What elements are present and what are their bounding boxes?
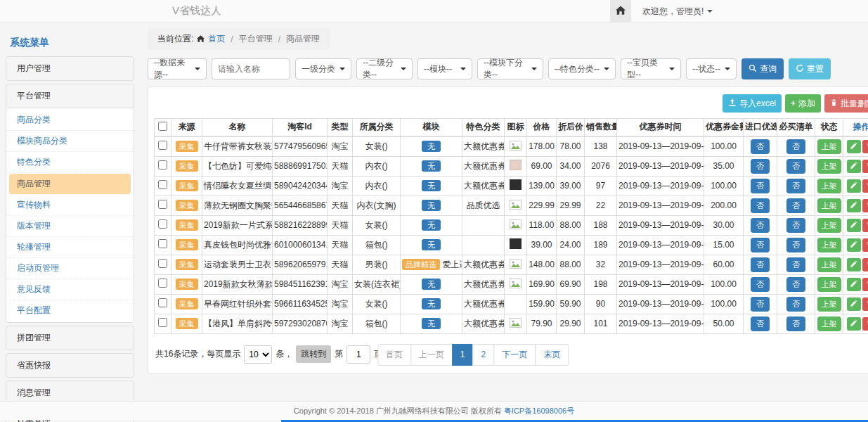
edit-button[interactable] xyxy=(847,219,861,232)
delete-button[interactable] xyxy=(862,317,868,331)
sidebar-item-savings-express[interactable]: 省惠快报 xyxy=(6,354,134,377)
row-checkbox[interactable] xyxy=(158,180,167,189)
import-select-toggle[interactable]: 否 xyxy=(751,179,770,193)
edit-button[interactable] xyxy=(847,199,861,212)
sidebar-item-splash-management[interactable]: 启动页管理 xyxy=(6,258,134,279)
row-checkbox[interactable] xyxy=(158,318,167,327)
edit-button[interactable] xyxy=(847,238,861,252)
delete-button[interactable] xyxy=(862,278,868,291)
edit-button[interactable] xyxy=(847,160,861,173)
feature-filter-select[interactable]: --特色分类-- xyxy=(548,58,616,79)
sidebar-item-user-management[interactable]: 用户管理 xyxy=(6,57,134,80)
must-buy-toggle[interactable]: 否 xyxy=(786,316,805,331)
breadcrumb-item[interactable]: 平台管理 xyxy=(239,33,273,45)
module-filter-select[interactable]: --模块-- xyxy=(417,58,472,79)
page-button-last[interactable]: 末页 xyxy=(535,344,569,366)
status-toggle[interactable]: 上架 xyxy=(817,277,841,292)
row-checkbox[interactable] xyxy=(158,160,167,170)
status-toggle[interactable]: 上架 xyxy=(817,257,841,272)
must-buy-toggle[interactable]: 否 xyxy=(786,277,805,292)
must-buy-toggle[interactable]: 否 xyxy=(786,257,805,272)
must-buy-toggle[interactable]: 否 xyxy=(786,238,805,252)
reset-button[interactable]: 重置 xyxy=(789,58,831,79)
edit-button[interactable] xyxy=(847,140,861,153)
cat1-filter-select[interactable]: 一级分类 xyxy=(295,58,351,79)
select-all-checkbox[interactable] xyxy=(158,122,167,131)
row-checkbox[interactable] xyxy=(158,141,167,150)
delete-button[interactable] xyxy=(862,298,868,311)
must-buy-toggle[interactable]: 否 xyxy=(786,179,805,193)
row-checkbox[interactable] xyxy=(158,219,167,229)
sidebar-item-promo-material[interactable]: 宣传物料 xyxy=(6,195,134,216)
import-select-toggle[interactable]: 否 xyxy=(751,316,770,331)
import-select-toggle[interactable]: 否 xyxy=(751,277,770,292)
per-page-select[interactable]: 10 xyxy=(244,345,272,364)
name-filter-input[interactable] xyxy=(212,58,290,79)
delete-button[interactable] xyxy=(862,179,868,193)
page-button-next[interactable]: 下一页 xyxy=(493,344,536,366)
row-checkbox[interactable] xyxy=(158,298,167,307)
delete-button[interactable] xyxy=(862,258,868,271)
sidebar-item-goods-management[interactable]: 商品管理 xyxy=(9,174,131,194)
page-number-input[interactable] xyxy=(346,345,370,364)
home-nav-button[interactable] xyxy=(610,0,631,23)
row-checkbox[interactable] xyxy=(158,239,167,248)
import-select-toggle[interactable]: 否 xyxy=(751,238,770,252)
breadcrumb-item[interactable]: 商品管理 xyxy=(286,33,320,45)
search-button[interactable]: 查询 xyxy=(741,58,784,79)
user-menu[interactable]: 欢迎您，管理员! xyxy=(642,6,713,18)
sidebar-item-carousel-management[interactable]: 轮播管理 xyxy=(6,237,134,258)
import-select-toggle[interactable]: 否 xyxy=(751,297,770,312)
must-buy-toggle[interactable]: 否 xyxy=(786,198,805,213)
sidebar-item-module-goods-category[interactable]: 模块商品分类 xyxy=(6,131,134,152)
page-button-page-2[interactable]: 2 xyxy=(473,344,495,366)
edit-button[interactable] xyxy=(847,298,861,311)
edit-button[interactable] xyxy=(847,278,861,291)
row-checkbox[interactable] xyxy=(158,259,167,268)
status-toggle[interactable]: 上架 xyxy=(817,179,841,193)
must-buy-toggle[interactable]: 否 xyxy=(786,139,805,154)
status-toggle[interactable]: 上架 xyxy=(817,238,841,252)
delete-button[interactable] xyxy=(862,238,868,252)
import-excel-button[interactable]: 导入excel xyxy=(723,94,782,113)
must-buy-toggle[interactable]: 否 xyxy=(786,159,805,174)
status-toggle[interactable]: 上架 xyxy=(817,218,841,233)
edit-button[interactable] xyxy=(847,258,861,271)
edit-button[interactable] xyxy=(847,179,861,193)
status-toggle[interactable]: 上架 xyxy=(817,139,841,154)
sidebar-item-version-management[interactable]: 版本管理 xyxy=(6,216,134,237)
row-checkbox[interactable] xyxy=(158,200,167,209)
status-toggle[interactable]: 上架 xyxy=(817,297,841,312)
edit-button[interactable] xyxy=(847,317,861,331)
jump-button[interactable]: 跳转到 xyxy=(296,345,331,363)
sidebar-item-feedback[interactable]: 意见反馈 xyxy=(6,279,134,300)
must-buy-toggle[interactable]: 否 xyxy=(786,218,805,233)
page-button-prev[interactable]: 上一页 xyxy=(410,344,453,366)
status-toggle[interactable]: 上架 xyxy=(817,198,841,213)
status-filter-select[interactable]: --状态-- xyxy=(686,58,737,79)
sidebar-item-groupbuy-management[interactable]: 拼团管理 xyxy=(6,326,134,350)
sidebar-item-platform-management[interactable]: 平台管理 xyxy=(6,84,134,108)
import-select-toggle[interactable]: 否 xyxy=(751,218,770,233)
itemtype-filter-select[interactable]: --宝贝类型-- xyxy=(621,58,681,79)
breadcrumb-home-link[interactable]: 首页 xyxy=(208,33,225,45)
add-button[interactable]: + 添加 xyxy=(785,94,821,113)
modcat-filter-select[interactable]: --模块下分类-- xyxy=(477,58,543,79)
import-select-toggle[interactable]: 否 xyxy=(751,198,770,213)
row-checkbox[interactable] xyxy=(158,279,167,288)
delete-button[interactable] xyxy=(862,199,868,212)
import-select-toggle[interactable]: 否 xyxy=(751,257,770,272)
delete-button[interactable] xyxy=(862,219,868,232)
sidebar-item-feature-category[interactable]: 特色分类 xyxy=(6,152,134,173)
import-select-toggle[interactable]: 否 xyxy=(751,159,770,174)
status-toggle[interactable]: 上架 xyxy=(817,159,841,174)
page-button-first[interactable]: 首页 xyxy=(377,344,411,366)
cat2-filter-select[interactable]: --二级分类-- xyxy=(356,58,413,79)
batch-delete-button[interactable]: 批量删除 xyxy=(824,94,868,113)
must-buy-toggle[interactable]: 否 xyxy=(786,297,805,312)
icp-link[interactable]: 粤ICP备16098006号 xyxy=(504,406,574,416)
sidebar-item-platform-config[interactable]: 平台配置 xyxy=(6,300,134,321)
source-filter-select[interactable]: --数据来源-- xyxy=(148,58,207,79)
sidebar-item-goods-category[interactable]: 商品分类 xyxy=(6,110,134,131)
import-select-toggle[interactable]: 否 xyxy=(751,139,770,154)
